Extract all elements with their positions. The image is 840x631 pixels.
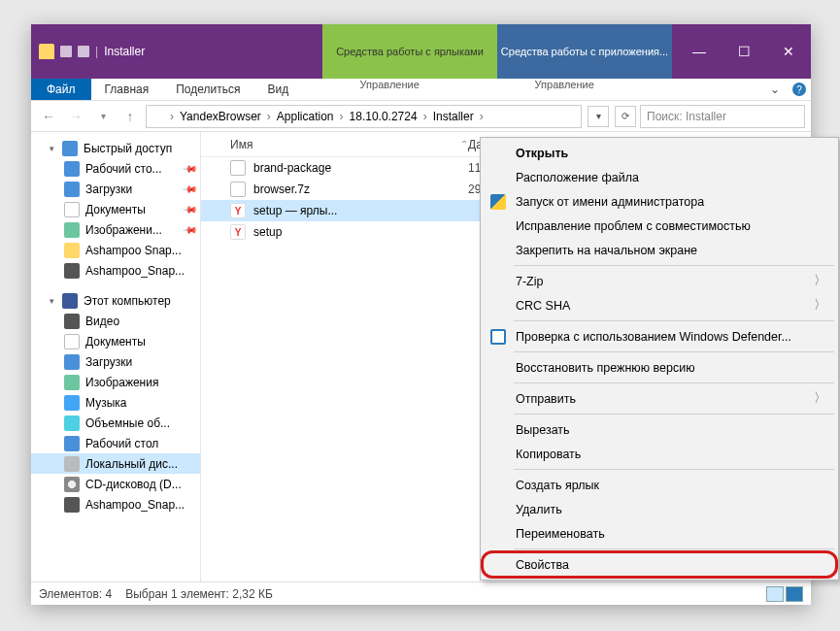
tab-file[interactable]: Файл [31, 79, 91, 100]
tab-share[interactable]: Поделиться [162, 79, 253, 100]
pc-icon [62, 293, 78, 309]
menu-send-to[interactable]: Отправить〉 [483, 386, 836, 411]
refresh-button[interactable]: ⟳ [615, 106, 636, 127]
help-button[interactable]: ? [788, 79, 811, 100]
menu-cut[interactable]: Вырезать [483, 417, 836, 442]
back-button[interactable]: ← [37, 105, 60, 128]
chevron-right-icon: 〉 [814, 390, 826, 407]
context-tab-apps[interactable]: Средства работы с приложения... [497, 24, 672, 79]
title-left: | Installer [31, 24, 322, 79]
close-button[interactable]: ✕ [766, 24, 811, 79]
sidebar-item[interactable]: Документы📌 [31, 199, 200, 219]
sidebar-item[interactable]: Рабочий сто...📌 [31, 158, 200, 179]
sidebar-item[interactable]: Ashampoo_Snap... [31, 260, 200, 281]
menu-copy[interactable]: Копировать [483, 442, 836, 466]
documents-icon [64, 334, 80, 349]
file-list-pane: Имя⌃ Дата изменения Тип Размер brand-pac… [201, 132, 811, 581]
file-name: brand-package [253, 161, 331, 175]
separator: | [95, 45, 98, 58]
breadcrumb[interactable]: YandexBrowser Application 18.10.0.2724 I… [146, 105, 582, 128]
menu-create-shortcut[interactable]: Создать ярлык [483, 473, 836, 497]
pin-icon: 📌 [183, 201, 198, 216]
sidebar-item[interactable]: Загрузки📌 [31, 179, 200, 199]
menu-restore-version[interactable]: Восстановить прежнюю версию [483, 355, 836, 380]
forward-button[interactable]: → [64, 105, 87, 128]
nav-sidebar: ▾Быстрый доступ Рабочий сто...📌 Загрузки… [31, 132, 201, 581]
col-name[interactable]: Имя⌃ [230, 138, 468, 151]
menu-crc-sha[interactable]: CRC SHA〉 [483, 293, 836, 317]
context-tab-shortcuts[interactable]: Средства работы с ярлыками [322, 24, 497, 79]
star-icon [62, 141, 78, 156]
menu-7zip[interactable]: 7-Zip〉 [483, 269, 836, 293]
desktop-icon [64, 436, 80, 451]
sidebar-item[interactable]: Загрузки [31, 351, 200, 372]
up-button[interactable]: ↑ [118, 105, 142, 128]
sidebar-quick-access[interactable]: ▾Быстрый доступ [31, 138, 200, 158]
context-menu: Открыть Расположение файла Запуск от име… [480, 137, 839, 581]
sidebar-item[interactable]: CD-дисковод (D... [31, 474, 200, 494]
menu-file-location[interactable]: Расположение файла [483, 165, 836, 189]
menu-rename[interactable]: Переименовать [483, 521, 836, 546]
view-details-button[interactable] [766, 586, 784, 602]
pin-icon: 📌 [183, 221, 198, 237]
help-icon: ? [792, 83, 806, 96]
folder-icon [151, 110, 164, 123]
sidebar-item[interactable]: Изображения [31, 372, 200, 392]
downloads-icon [64, 354, 80, 370]
menu-pin-start[interactable]: Закрепить на начальном экране [483, 238, 836, 262]
view-large-button[interactable] [786, 586, 803, 602]
address-dropdown[interactable]: ▾ [588, 106, 609, 127]
folder-icon [64, 497, 80, 513]
minimize-button[interactable]: — [677, 24, 722, 79]
menu-properties[interactable]: Свойства [483, 552, 836, 577]
chevron-right-icon: 〉 [814, 297, 826, 314]
tab-manage-apps[interactable]: Управление [477, 79, 652, 100]
sidebar-item[interactable]: Документы [31, 331, 200, 351]
crumb[interactable]: 18.10.0.2724 [350, 110, 418, 123]
sidebar-item[interactable]: Видео [31, 311, 200, 331]
menu-run-as-admin[interactable]: Запуск от имени администратора [483, 189, 836, 214]
sidebar-item[interactable]: Объемные об... [31, 413, 200, 433]
sidebar-item[interactable]: Ashampoo Snap... [31, 240, 200, 260]
search-input[interactable]: Поиск: Installer [640, 105, 805, 128]
sidebar-item[interactable]: Рабочий стол [31, 433, 200, 453]
title-bar: | Installer Средства работы с ярлыками С… [31, 24, 811, 79]
window-controls: — ☐ ✕ [677, 24, 811, 79]
collapse-ribbon-icon[interactable]: ⌄ [762, 79, 788, 100]
file-icon [230, 160, 246, 176]
sidebar-this-pc[interactable]: ▾Этот компьютер [31, 290, 200, 311]
sidebar-item-local-disk[interactable]: Локальный дис... [31, 453, 200, 474]
menu-open[interactable]: Открыть [483, 141, 836, 165]
explorer-window: | Installer Средства работы с ярлыками С… [31, 24, 811, 605]
crumb[interactable]: Application [277, 110, 334, 123]
pictures-icon [64, 222, 80, 238]
menu-defender[interactable]: Проверка с использованием Windows Defend… [483, 324, 836, 349]
qat-icon [60, 46, 72, 57]
status-item-count: Элементов: 4 [39, 587, 112, 601]
sidebar-item[interactable]: Ashampoo_Snap... [31, 494, 200, 515]
tab-home[interactable]: Главная [91, 79, 163, 100]
pin-icon: 📌 [183, 160, 198, 176]
qat-icon [78, 46, 89, 57]
crumb[interactable]: Installer [433, 110, 474, 123]
tab-view[interactable]: Вид [253, 79, 302, 100]
file-icon [230, 203, 246, 218]
ribbon-tabs: Файл Главная Поделиться Вид Управление У… [31, 79, 811, 101]
pictures-icon [64, 375, 80, 390]
folder-icon [64, 263, 80, 279]
defender-icon [490, 329, 506, 345]
tab-manage-shortcuts[interactable]: Управление [302, 79, 477, 100]
downloads-icon [64, 182, 80, 197]
menu-delete[interactable]: Удалить [483, 497, 836, 521]
sidebar-item[interactable]: Изображени...📌 [31, 219, 200, 240]
music-icon [64, 395, 80, 411]
sidebar-item[interactable]: Музыка [31, 392, 200, 413]
documents-icon [64, 202, 80, 217]
chevron-right-icon: 〉 [814, 273, 826, 289]
menu-compatibility[interactable]: Исправление проблем с совместимостью [483, 214, 836, 238]
3d-icon [64, 415, 80, 431]
maximize-button[interactable]: ☐ [722, 24, 766, 79]
crumb[interactable]: YandexBrowser [180, 110, 261, 123]
file-icon [230, 182, 246, 197]
recent-button[interactable]: ▾ [91, 105, 115, 128]
